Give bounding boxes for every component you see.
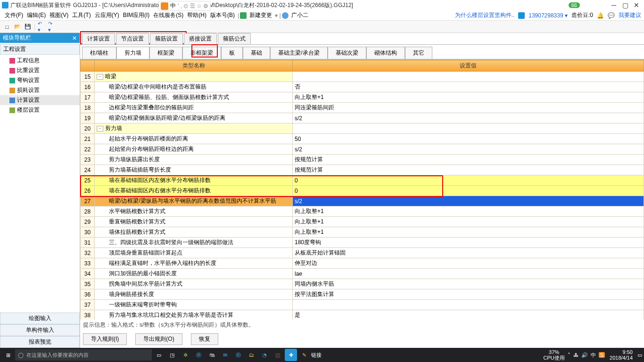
bell-icon[interactable]: 🔔 bbox=[597, 12, 604, 19]
setting-value[interactable]: 按规范计算 bbox=[293, 165, 644, 175]
minimize-button[interactable]: ─ bbox=[608, 1, 619, 9]
ime-bar[interactable]: 中 ' , ⊙ ☰ ☆ ⚙ bbox=[158, 1, 211, 11]
export-rules-button[interactable]: 导出规则(O) bbox=[135, 333, 182, 345]
member-type-tab[interactable]: 基础次梁 bbox=[328, 47, 366, 59]
user-small[interactable]: 广小二 bbox=[289, 10, 310, 20]
grid-row[interactable]: 36墙身钢筋搭接长度按平法图集计算 bbox=[81, 289, 644, 300]
setting-value[interactable]: s/2 bbox=[293, 196, 644, 206]
help-link[interactable]: 为什么楼层设置里构件.. bbox=[455, 11, 515, 19]
grid-row[interactable]: 20−剪力墙 bbox=[81, 123, 644, 134]
new-icon[interactable]: □ bbox=[3, 23, 11, 31]
setting-value[interactable]: 同墙内侧水平筋 bbox=[293, 279, 644, 289]
grid-row[interactable]: 29垂直钢筋根数计算方式向上取整+1 bbox=[81, 217, 644, 227]
member-type-tab[interactable]: 柱/墙柱 bbox=[82, 47, 116, 59]
menu-item[interactable]: 编辑(E) bbox=[25, 11, 48, 19]
tray-notif-icon[interactable]: ▭ bbox=[637, 352, 642, 358]
setting-value[interactable]: 0 bbox=[293, 186, 644, 196]
grid-row[interactable]: 15−暗梁 bbox=[81, 72, 644, 82]
setting-value[interactable]: 伸至对边 bbox=[293, 258, 644, 269]
menu-item[interactable]: 视图(V) bbox=[48, 11, 70, 19]
taskbar-search[interactable]: ◯ 在这里输入你要搜索的内容 bbox=[15, 349, 152, 361]
ie-icon[interactable]: ⓔ bbox=[232, 349, 244, 361]
grid-row[interactable]: 32顶层墙身垂直筋锚固计算起点从板底开始计算锚固 bbox=[81, 248, 644, 258]
menu-item[interactable]: 帮助(H) bbox=[185, 11, 208, 19]
nav-bottom-button[interactable]: 单构件输入 bbox=[0, 324, 80, 336]
member-type-tab[interactable]: 砌体结构 bbox=[366, 47, 405, 59]
member-type-tab[interactable]: 其它 bbox=[405, 47, 432, 59]
setting-value[interactable] bbox=[293, 72, 644, 82]
app-icon-1[interactable]: ◳ bbox=[166, 349, 178, 361]
grid-row[interactable]: 22起始竖向分布钢筋距暗柱边的距离s/2 bbox=[81, 144, 644, 155]
menu-item[interactable]: BIM应用(I) bbox=[121, 11, 152, 19]
start-button[interactable]: ⊞ bbox=[2, 349, 14, 361]
nav-pin-icon[interactable]: ✕ bbox=[72, 35, 77, 41]
import-rules-button[interactable]: 导入规则(I) bbox=[83, 333, 127, 345]
setting-value[interactable]: 按平法图集计算 bbox=[293, 289, 644, 300]
nav-item[interactable]: 工程信息 bbox=[0, 56, 80, 66]
tray-lang-icon[interactable]: 中 bbox=[591, 352, 596, 359]
maximize-button[interactable]: ▢ bbox=[619, 1, 631, 9]
grid-row[interactable]: 17暗梁/边框梁箍筋、拉筋、侧面纵筋根数计算方式向上取整+1 bbox=[81, 92, 644, 103]
grid-row[interactable]: 27暗梁/边框梁/梁纵筋与墙水平钢筋的距离在数值范围内不计算水平筋s/2 bbox=[81, 196, 644, 206]
collapse-icon[interactable]: − bbox=[97, 126, 103, 132]
nav-item[interactable]: 楼层设置 bbox=[0, 105, 80, 115]
grid-row[interactable]: 37一级钢筋末端弯折时带弯钩 bbox=[81, 300, 644, 310]
tray-vol-icon[interactable]: 🔊 bbox=[581, 352, 588, 358]
member-type-tab[interactable]: 基础主梁/承台梁 bbox=[270, 47, 327, 59]
app-icon-2[interactable]: ✲ bbox=[179, 349, 191, 361]
redo-icon[interactable]: ↷ ▾ bbox=[48, 23, 56, 31]
setting-value[interactable]: 同连梁箍筋间距 bbox=[293, 103, 644, 113]
grid-row[interactable]: 16暗梁/边框梁在中间暗柱内是否布置箍筋否 bbox=[81, 82, 644, 92]
edge-icon[interactable]: ⓔ bbox=[192, 349, 205, 361]
setting-value[interactable] bbox=[293, 300, 644, 310]
config-tab[interactable]: 节点设置 bbox=[116, 33, 149, 44]
phone-link[interactable]: 13907298339 ▾ bbox=[528, 12, 568, 19]
grid-row[interactable]: 38剪力墙与集水坑坑口相交处剪力墙水平筋是否计算是 bbox=[81, 310, 644, 320]
nav-item[interactable]: 损耗设置 bbox=[0, 85, 80, 95]
member-type-tab[interactable]: 非框架梁 bbox=[182, 47, 221, 59]
open-icon[interactable]: 📂 bbox=[13, 23, 22, 31]
setting-value[interactable]: 向上取整+1 bbox=[293, 227, 644, 238]
member-type-tab[interactable]: 剪力墙 bbox=[116, 47, 149, 59]
setting-value[interactable]: 否 bbox=[293, 82, 644, 92]
tray-chevron-icon[interactable]: ˄ bbox=[568, 352, 570, 358]
grid-row[interactable]: 24剪力墙基础插筋弯折长度按规范计算 bbox=[81, 165, 644, 175]
member-type-tab[interactable]: 板 bbox=[221, 47, 243, 59]
nav-item[interactable]: 计算设置 bbox=[0, 95, 80, 105]
menu-item[interactable]: 版本号(B) bbox=[208, 11, 237, 19]
collapse-icon[interactable]: − bbox=[97, 74, 103, 80]
setting-value[interactable]: 180度弯钩 bbox=[293, 238, 644, 248]
tray-net-icon[interactable]: 🖧 bbox=[573, 352, 578, 358]
nav-bottom-button[interactable]: 报表预览 bbox=[0, 336, 80, 348]
setting-value[interactable]: s/2 bbox=[293, 144, 644, 155]
config-tab[interactable]: 箍筋设置 bbox=[150, 33, 183, 44]
setting-value[interactable]: 向上取整+1 bbox=[293, 206, 644, 217]
grid-row[interactable]: 31三、四级抗震及非抗震时竖向一级钢筋的端部做法180度弯钩 bbox=[81, 238, 644, 248]
grid-row[interactable]: 19暗梁/边框梁侧面纵筋距暗梁/边框梁纵筋的距离s/2 bbox=[81, 113, 644, 123]
grid-row[interactable]: 33端柱满足直锚时，水平筋伸入端柱内的长度伸至对边 bbox=[81, 258, 644, 269]
tray-ime-icon[interactable]: S bbox=[599, 352, 605, 358]
explorer-icon[interactable]: 🗂 bbox=[245, 349, 257, 361]
nav-item[interactable]: 弯钩设置 bbox=[0, 75, 80, 85]
suggest-link[interactable]: 我要建议 bbox=[619, 11, 641, 19]
menu-item[interactable]: 云应用(Y) bbox=[93, 11, 121, 19]
nav-bottom-button[interactable]: 绘图输入 bbox=[0, 313, 80, 324]
mail-icon[interactable]: ✉ bbox=[219, 349, 231, 361]
close-button[interactable]: ✕ bbox=[631, 1, 642, 9]
grid-row[interactable]: 34洞口加强筋的最小锚固长度lae bbox=[81, 269, 644, 279]
setting-value[interactable]: 从板底开始计算锚固 bbox=[293, 248, 644, 258]
setting-value[interactable]: s/2 bbox=[293, 113, 644, 123]
grid-row[interactable]: 23剪力墙纵筋露出长度按规范计算 bbox=[81, 155, 644, 165]
grid-row[interactable]: 35拐角墙中间层水平筋计算方式同墙内侧水平筋 bbox=[81, 279, 644, 289]
setting-value[interactable]: 是 bbox=[293, 310, 644, 320]
config-tab[interactable]: 搭接设置 bbox=[184, 33, 217, 44]
new-change[interactable]: 新建变更 bbox=[248, 10, 274, 20]
member-type-tab[interactable]: 框架梁 bbox=[149, 47, 182, 59]
nav-item[interactable]: 比重设置 bbox=[0, 66, 80, 75]
grid-row[interactable]: 18边框梁与连梁重叠部位的箍筋间距同连梁箍筋间距 bbox=[81, 103, 644, 113]
setting-value[interactable]: 向上取整+1 bbox=[293, 92, 644, 103]
menu-item[interactable]: 工具(T) bbox=[70, 11, 92, 19]
config-tab[interactable]: 箍筋公式 bbox=[218, 33, 251, 44]
nav-section[interactable]: 工程设置 bbox=[0, 44, 80, 55]
task-view-icon[interactable]: ▭ bbox=[153, 349, 165, 361]
